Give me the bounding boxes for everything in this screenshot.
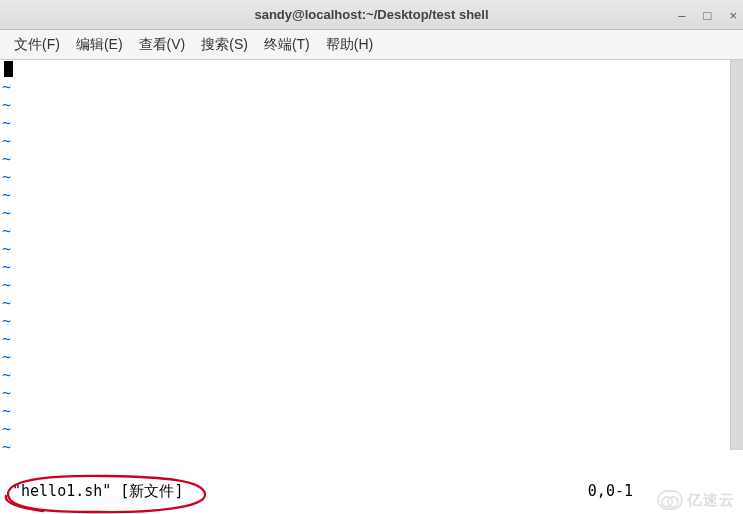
watermark-icon [657,490,683,510]
menu-search[interactable]: 搜索(S) [195,33,254,57]
menu-edit[interactable]: 编辑(E) [70,33,129,57]
empty-line-tilde: ~ [2,222,741,240]
empty-line-tilde: ~ [2,204,741,222]
empty-line-tilde: ~ [2,258,741,276]
empty-line-tilde: ~ [2,240,741,258]
text-cursor [4,61,13,77]
cursor-line [2,60,741,78]
empty-line-tilde: ~ [2,96,741,114]
terminal-area[interactable]: ~~~~~~~~~~~~~~~~~~~~~ "hello1.sh" [新文件] … [0,60,743,514]
scrollbar[interactable] [730,60,743,450]
menu-terminal[interactable]: 终端(T) [258,33,316,57]
menu-view[interactable]: 查看(V) [133,33,192,57]
empty-line-tilde: ~ [2,114,741,132]
empty-line-tilde: ~ [2,294,741,312]
empty-line-tilde: ~ [2,132,741,150]
titlebar: sandy@localhost:~/Desktop/test shell – □… [0,0,743,30]
empty-line-tilde: ~ [2,276,741,294]
window-title: sandy@localhost:~/Desktop/test shell [254,7,488,22]
maximize-button[interactable]: □ [704,9,712,22]
empty-line-tilde: ~ [2,150,741,168]
window-controls: – □ × [678,0,737,30]
status-filename: "hello1.sh" [新文件] [0,482,183,501]
minimize-button[interactable]: – [678,9,685,22]
empty-line-tilde: ~ [2,168,741,186]
empty-line-tilde: ~ [2,78,741,96]
empty-line-tilde: ~ [2,330,741,348]
status-position: 0,0-1 [588,482,633,500]
empty-line-tilde: ~ [2,402,741,420]
empty-line-tilde: ~ [2,438,741,456]
empty-line-tilde: ~ [2,186,741,204]
watermark-text: 亿速云 [687,491,735,510]
menu-help[interactable]: 帮助(H) [320,33,379,57]
empty-line-tilde: ~ [2,384,741,402]
close-button[interactable]: × [729,9,737,22]
empty-line-tilde: ~ [2,420,741,438]
menubar: 文件(F) 编辑(E) 查看(V) 搜索(S) 终端(T) 帮助(H) [0,30,743,60]
empty-line-tilde: ~ [2,312,741,330]
watermark: 亿速云 [657,490,735,510]
empty-line-tilde: ~ [2,348,741,366]
empty-line-tilde: ~ [2,366,741,384]
vim-status-line: "hello1.sh" [新文件] 0,0-1 [0,480,743,502]
menu-file[interactable]: 文件(F) [8,33,66,57]
editor-body: ~~~~~~~~~~~~~~~~~~~~~ [0,60,743,456]
